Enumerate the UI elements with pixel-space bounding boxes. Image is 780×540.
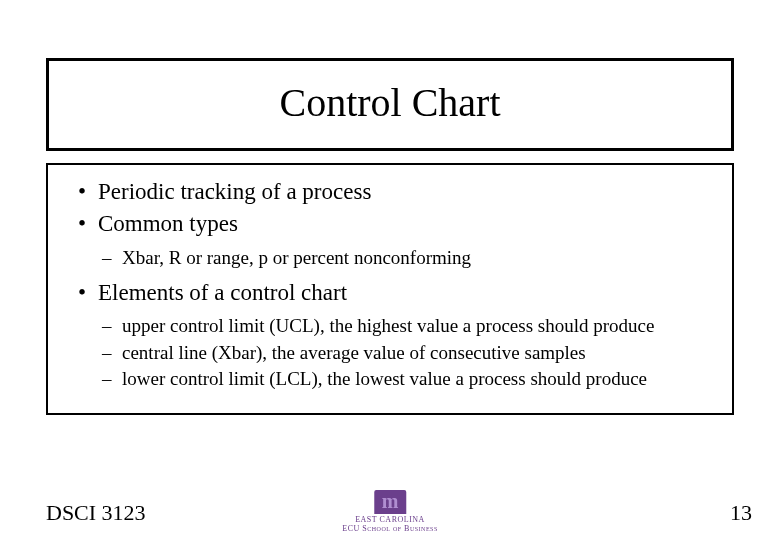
bullet-list: Periodic tracking of a process Common ty… [60, 177, 720, 240]
logo-text-line2: ECU School of Business [342, 525, 437, 534]
sub-list: Xbar, R or range, p or percent nonconfor… [60, 246, 720, 270]
content-box: Periodic tracking of a process Common ty… [46, 163, 734, 415]
bullet-item: Common types [78, 209, 720, 239]
sub-list: upper control limit (UCL), the highest v… [60, 314, 720, 391]
slide-title: Control Chart [59, 79, 721, 126]
sub-item: lower control limit (LCL), the lowest va… [102, 367, 720, 391]
bullet-list: Elements of a control chart [60, 278, 720, 308]
bullet-item: Periodic tracking of a process [78, 177, 720, 207]
bullet-item: Elements of a control chart [78, 278, 720, 308]
sub-item: upper control limit (UCL), the highest v… [102, 314, 720, 338]
sub-item: Xbar, R or range, p or percent nonconfor… [102, 246, 720, 270]
course-code: DSCI 3123 [46, 500, 146, 526]
page-number: 13 [730, 500, 752, 526]
footer: DSCI 3123 13 [46, 500, 752, 526]
sub-item: central line (Xbar), the average value o… [102, 341, 720, 365]
title-box: Control Chart [46, 58, 734, 151]
